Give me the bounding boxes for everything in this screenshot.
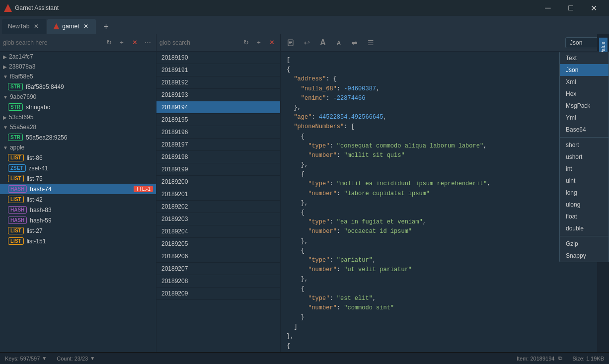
keys-chevron-icon[interactable]: ▼ xyxy=(42,356,47,361)
copy-icon[interactable]: ⧉ xyxy=(558,355,562,362)
key-item-55a5ea28-9256[interactable]: STR 55a5ea28:9256 xyxy=(0,132,156,143)
close-button[interactable]: ✕ xyxy=(582,0,605,16)
items-refresh-button[interactable]: ↻ xyxy=(240,37,251,48)
key-item-hash-83[interactable]: HASH hash-83 xyxy=(0,205,156,215)
keys-more-button[interactable]: ⋯ xyxy=(142,37,153,48)
format-dropdown: Text Json Xml Hex MsgPack Yml Base64 sho… xyxy=(559,52,609,262)
font-larger-button[interactable]: A xyxy=(316,36,329,49)
format-option-double[interactable]: double xyxy=(560,222,609,234)
type-badge-list: LIST xyxy=(8,154,24,161)
items-search-input[interactable] xyxy=(159,39,238,46)
format-option-json[interactable]: Json xyxy=(560,64,609,76)
key-group-53c5f695[interactable]: ▶ 53c5f695 xyxy=(0,112,156,122)
key-item-stringabc[interactable]: STR stringabc xyxy=(0,102,156,112)
count-chevron-icon[interactable]: ▼ xyxy=(90,356,95,361)
chevron-icon: ▶ xyxy=(3,64,7,70)
item-row[interactable]: 20189190 xyxy=(156,52,280,64)
chevron-icon: ▼ xyxy=(3,74,8,79)
tab-garnet-close[interactable]: ✕ xyxy=(82,22,90,30)
item-row-selected[interactable]: 20189194 xyxy=(156,101,280,114)
format-option-ushort[interactable]: ushort xyxy=(560,151,609,163)
format-option-int[interactable]: int xyxy=(560,163,609,175)
tab-garnet-label: garnet xyxy=(62,23,79,30)
tab-newtab[interactable]: NewTab ✕ xyxy=(2,19,46,34)
item-row[interactable]: 20189193 xyxy=(156,89,280,101)
keys-search-bar: ↻ + ✕ ⋯ xyxy=(0,34,156,52)
type-badge-list: LIST xyxy=(8,237,24,245)
item-row[interactable]: 20189196 xyxy=(156,126,280,139)
item-row[interactable]: 20189202 xyxy=(156,201,280,213)
item-row[interactable]: 20189201 xyxy=(156,188,280,201)
item-row[interactable]: 20189191 xyxy=(156,64,280,76)
maximize-button[interactable]: □ xyxy=(559,0,582,16)
item-row[interactable]: 20189208 xyxy=(156,275,280,288)
format-option-hex[interactable]: Hex xyxy=(560,88,609,100)
keys-add-button[interactable]: + xyxy=(116,37,127,48)
item-row[interactable]: 20189206 xyxy=(156,250,280,263)
type-badge-list: LIST xyxy=(8,196,24,203)
key-item-list-151[interactable]: LIST list-151 xyxy=(0,236,156,246)
chevron-icon: ▶ xyxy=(3,54,7,60)
key-item-zset-41[interactable]: ZSET zset-41 xyxy=(0,163,156,173)
item-row[interactable]: 20189195 xyxy=(156,114,280,126)
keys-delete-button[interactable]: ✕ xyxy=(129,37,140,48)
key-item-list-75[interactable]: LIST list-75 xyxy=(0,173,156,184)
tab-newtab-close[interactable]: ✕ xyxy=(32,22,40,30)
key-group-238078a3[interactable]: ▶ 238078a3 xyxy=(0,62,156,72)
undo-button[interactable]: ↩ xyxy=(301,36,313,49)
items-add-button[interactable]: + xyxy=(253,37,264,48)
keys-search-input[interactable] xyxy=(3,39,101,46)
key-item-f8af58e5-8449[interactable]: STR f8af58e5:8449 xyxy=(0,81,156,92)
format-option-gzip[interactable]: Gzip xyxy=(560,238,609,250)
format-option-xml[interactable]: Xml xyxy=(560,76,609,88)
key-item-hash-74[interactable]: HASH hash-74 TTL:-1 xyxy=(0,184,156,194)
new-tab-button[interactable]: + xyxy=(99,20,113,34)
item-row[interactable]: 20189197 xyxy=(156,139,280,151)
doc-button[interactable] xyxy=(285,36,298,49)
item-row[interactable]: 20189209 xyxy=(156,288,280,300)
item-row[interactable]: 20189207 xyxy=(156,263,280,275)
app-icon xyxy=(4,4,12,12)
format-option-short[interactable]: short xyxy=(560,139,609,151)
tab-garnet[interactable]: garnet ✕ xyxy=(47,19,96,34)
tabbar: NewTab ✕ garnet ✕ + xyxy=(0,16,609,34)
format-option-ulong[interactable]: ulong xyxy=(560,199,609,211)
key-group-2ac14fc7[interactable]: ▶ 2ac14fc7 xyxy=(0,52,156,62)
key-group-55a5ea28[interactable]: ▼ 55a5ea28 xyxy=(0,122,156,132)
item-row[interactable]: 20189200 xyxy=(156,176,280,188)
key-item-hash-59[interactable]: HASH hash-59 xyxy=(0,215,156,225)
minimize-button[interactable]: ─ xyxy=(536,0,559,16)
format-option-snappy[interactable]: Snappy xyxy=(560,250,609,262)
key-group-9abe7690[interactable]: ▼ 9abe7690 xyxy=(0,92,156,102)
format-option-base64[interactable]: Base64 xyxy=(560,124,609,136)
items-list: 20189190 20189191 20189192 20189193 2018… xyxy=(156,52,280,352)
key-item-list-86[interactable]: LIST list-86 xyxy=(0,152,156,163)
format-option-text[interactable]: Text xyxy=(560,52,609,64)
format-option-yml[interactable]: Yml xyxy=(560,112,609,124)
key-group-f8af58e5[interactable]: ▼ f8af58e5 xyxy=(0,72,156,81)
chevron-icon: ▼ xyxy=(3,94,8,100)
size-status: Size: 1.19KB xyxy=(572,356,604,362)
key-item-list-42[interactable]: LIST list-42 xyxy=(0,194,156,205)
format-option-long[interactable]: long xyxy=(560,187,609,199)
items-panel: ↻ + ✕ 20189190 20189191 20189192 2018919… xyxy=(156,34,281,352)
format-option-float[interactable]: float xyxy=(560,211,609,222)
item-row[interactable]: 20189192 xyxy=(156,76,280,89)
menu-button[interactable]: ☰ xyxy=(364,36,377,49)
font-smaller-button[interactable]: A xyxy=(332,36,345,49)
format-option-msgpack[interactable]: MsgPack xyxy=(560,100,609,112)
keys-refresh-button[interactable]: ↻ xyxy=(103,37,114,48)
item-row[interactable]: 20189204 xyxy=(156,225,280,238)
item-row[interactable]: 20189203 xyxy=(156,213,280,225)
item-row[interactable]: 20189198 xyxy=(156,151,280,163)
keys-list: ▶ 2ac14fc7 ▶ 238078a3 ▼ f8af58e5 STR f8a… xyxy=(0,52,156,352)
type-badge-str: STR xyxy=(8,103,23,111)
key-item-list-27[interactable]: LIST list-27 xyxy=(0,225,156,236)
item-row[interactable]: 20189205 xyxy=(156,238,280,250)
items-delete-button[interactable]: ✕ xyxy=(266,37,277,48)
key-group-apple[interactable]: ▼ apple xyxy=(0,143,156,152)
wrap-button[interactable]: ⇌ xyxy=(348,36,361,49)
format-option-uint[interactable]: uint xyxy=(560,175,609,187)
item-row[interactable]: 20189199 xyxy=(156,163,280,176)
editor-toolbar: ↩ A A ⇌ ☰ Text Json Xml Hex MsgPack Yml … xyxy=(281,34,609,52)
